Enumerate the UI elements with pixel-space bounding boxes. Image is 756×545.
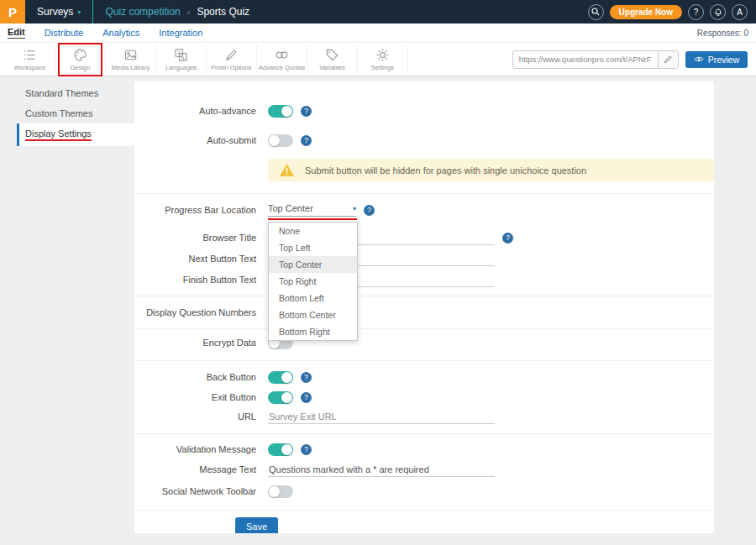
help-button[interactable]: ? (688, 4, 704, 20)
tab-distribute[interactable]: Distribute (45, 28, 83, 38)
finish-options-icon (224, 48, 239, 62)
annotation-underline-display-settings: Display Settings (25, 128, 92, 141)
display-question-numbers-row: Display Question Numbers (134, 304, 714, 321)
toolbar-item-workspace[interactable]: Workspace (5, 45, 55, 75)
separator (134, 328, 714, 329)
dropdown-option-bottom-right[interactable]: Bottom Right (269, 323, 357, 340)
dropdown-option-bottom-center[interactable]: Bottom Center (269, 307, 357, 323)
toolbar-item-media-library[interactable]: Media Library (106, 45, 156, 75)
dropdown-option-top-center[interactable]: Top Center (269, 256, 357, 273)
questionpro-logo[interactable]: P (0, 0, 25, 24)
exit-url-input[interactable] (268, 410, 495, 424)
social-toolbar-label: Social Network Toolbar (134, 486, 256, 496)
exit-button-row: Exit Button ? (134, 389, 714, 406)
dropdown-option-top-right[interactable]: Top Right (269, 273, 357, 290)
help-icon[interactable]: ? (301, 392, 312, 403)
toolbar-item-finish-options[interactable]: Finish Options (207, 45, 257, 75)
browser-title-label: Browser Title (134, 233, 256, 243)
progress-bar-location-select[interactable]: Top Center ▾ (268, 203, 356, 217)
dropdown-option-bottom-left[interactable]: Bottom Left (269, 290, 357, 307)
exit-button-toggle[interactable] (268, 391, 293, 404)
surveys-menu[interactable]: Surveys ▾ (25, 6, 92, 18)
validation-message-row: Validation Message ? (134, 441, 714, 458)
toolbar-item-label: Media Library (112, 64, 150, 71)
preview-button[interactable]: Preview (685, 51, 748, 68)
warning-icon (279, 163, 295, 177)
svg-text:a: a (181, 54, 185, 60)
toolbar-item-label: Finish Options (212, 64, 252, 71)
exit-button-label: Exit Button (134, 392, 256, 402)
toolbar-item-variables[interactable]: Variables (307, 45, 358, 75)
edit-url-button[interactable] (658, 50, 678, 69)
next-button-label: Next Button Text (134, 254, 256, 264)
section-nav: Edit Distribute Analytics Integration Re… (0, 24, 756, 43)
breadcrumb: Quiz competition › Sports Quiz (93, 6, 249, 18)
workspace-icon (23, 48, 37, 62)
help-icon[interactable]: ? (301, 135, 312, 146)
toolbar-item-design[interactable]: Design (55, 45, 106, 75)
encrypt-data-label: Encrypt Data (134, 338, 256, 348)
separator (134, 360, 714, 361)
auto-submit-label: Auto-submit (134, 135, 256, 145)
sidebar-item-label: Standard Themes (25, 88, 98, 98)
breadcrumb-parent[interactable]: Quiz competition (105, 6, 180, 18)
toolbar-item-label: Settings (371, 64, 394, 71)
progress-bar-location-value: Top Center (268, 203, 313, 213)
tab-integration[interactable]: Integration (159, 28, 202, 38)
breadcrumb-separator-icon: › (187, 7, 191, 17)
social-toolbar-row: Social Network Toolbar (134, 483, 714, 500)
display-question-numbers-label: Display Question Numbers (134, 307, 256, 317)
notifications-button[interactable] (710, 4, 726, 20)
toolbar-item-advance-quotas[interactable]: Advance Quotas (257, 45, 307, 75)
search-button[interactable] (588, 4, 604, 20)
dropdown-option-none[interactable]: None (269, 223, 357, 239)
tab-edit[interactable]: Edit (8, 27, 25, 39)
save-button[interactable]: Save (235, 517, 278, 533)
topbar: P Surveys ▾ Quiz competition › Sports Qu… (0, 0, 756, 24)
message-text-input[interactable] (268, 463, 495, 477)
back-button-label: Back Button (134, 372, 256, 382)
separator (134, 296, 714, 296)
avatar[interactable]: A (732, 4, 748, 20)
survey-url-box (512, 50, 679, 69)
finish-button-label: Finish Button Text (134, 275, 256, 285)
message-text-row: Message Text (134, 461, 714, 478)
social-toolbar-toggle[interactable] (268, 485, 293, 498)
preview-label: Preview (708, 55, 739, 65)
tab-analytics[interactable]: Analytics (102, 28, 139, 38)
variables-icon (325, 48, 339, 62)
auto-submit-row: Auto-submit ? (134, 132, 714, 149)
help-icon[interactable]: ? (301, 444, 312, 455)
annotation-underline-progress (268, 218, 357, 220)
auto-advance-row: Auto-advance ? (134, 102, 714, 119)
help-icon[interactable]: ? (502, 233, 513, 244)
finish-button-row: Finish Button Text (134, 271, 714, 288)
sidebar-item-display-settings[interactable]: Display Settings (17, 123, 134, 146)
chevron-down-icon: ▾ (77, 8, 81, 16)
back-button-row: Back Button ? (134, 369, 714, 385)
upgrade-button[interactable]: Upgrade Now (610, 5, 682, 19)
sidebar-item-custom-themes[interactable]: Custom Themes (17, 103, 134, 123)
advance-quotas-icon (275, 48, 289, 62)
help-icon[interactable]: ? (364, 205, 375, 216)
toolbar-item-languages[interactable]: Aa Languages (156, 45, 207, 75)
help-icon[interactable]: ? (301, 106, 312, 117)
toolbar-item-settings[interactable]: Settings (358, 45, 408, 75)
display-settings-panel: Auto-advance ? Auto-submit ? Submit butt… (134, 81, 714, 533)
sidebar-item-standard-themes[interactable]: Standard Themes (17, 83, 134, 103)
auto-advance-label: Auto-advance (134, 106, 256, 116)
next-button-row: Next Button Text (134, 250, 714, 267)
auto-advance-toggle[interactable] (268, 105, 293, 118)
save-row: Save (134, 517, 714, 533)
back-button-toggle[interactable] (268, 371, 293, 384)
validation-message-toggle[interactable] (268, 443, 293, 456)
edit-toolbar: Workspace Design Media Library Aa Langua… (0, 43, 756, 76)
toolbar-item-label: Advance Quotas (259, 64, 305, 71)
separator (134, 433, 714, 434)
help-icon[interactable]: ? (301, 372, 312, 383)
survey-url-input[interactable] (513, 55, 658, 64)
chevron-down-icon: ▾ (353, 205, 356, 212)
dropdown-option-top-left[interactable]: Top Left (269, 239, 357, 256)
bell-icon (714, 8, 722, 17)
auto-submit-toggle[interactable] (268, 134, 293, 147)
